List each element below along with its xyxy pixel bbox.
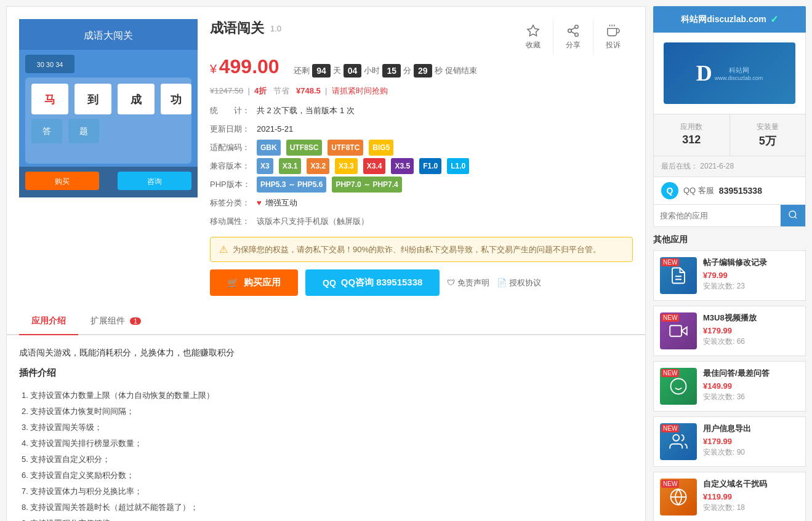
app-count-stat: 应用数 312 <box>654 114 730 156</box>
php-label: PHP版本： <box>210 177 253 193</box>
sidebar-stats: 应用数 312 安装量 5万 <box>653 114 806 156</box>
app-card-3-price: ¥149.99 <box>703 381 799 391</box>
vendor-banner[interactable]: 科站网discuzlab.com ✓ <box>653 6 806 33</box>
sidebar: 科站网discuzlab.com ✓ D 科站网 www.discuzlab.c… <box>653 6 806 521</box>
new-badge-2: NEW <box>661 314 679 322</box>
new-badge-3: NEW <box>661 369 679 377</box>
tag-x35: X3.5 <box>391 158 414 174</box>
buy-label: 购买应用 <box>244 277 281 288</box>
buy-button[interactable]: 🛒 购买应用 <box>210 269 298 296</box>
tag-x31: X3.1 <box>279 158 302 174</box>
price-area: ¥ 499.00 还剩 94 天 04 小时 15 分 29 秒 促销结束 <box>210 55 633 78</box>
svg-text:功: 功 <box>171 93 182 106</box>
tag-php2: PHP7.0 ～ PHP7.4 <box>332 177 401 193</box>
list-item: 2. 支持设置体力恢复时间间隔； <box>19 404 633 420</box>
app-card-1-name: 帖子编辑修改记录 <box>703 257 799 268</box>
search-input[interactable] <box>654 205 781 226</box>
stats-label: 统 计： <box>210 103 253 119</box>
tag-x34: X3.4 <box>363 158 386 174</box>
new-badge-5: NEW <box>661 480 679 488</box>
minutes-label: 分 <box>403 65 411 76</box>
save-label: 节省 <box>273 86 289 95</box>
app-card-4-price: ¥179.99 <box>703 437 799 446</box>
app-icon-1: NEW <box>660 257 697 294</box>
discount-badge: 4折 <box>254 86 267 95</box>
last-online-date: 2021-6-28 <box>700 162 734 170</box>
svg-rect-37 <box>670 325 681 336</box>
app-icon-2: NEW <box>660 312 697 349</box>
info-table: 统 计： 共 2 次下载，当前版本 1 次 更新日期： 2021-5-21 适配… <box>210 103 633 229</box>
report-button[interactable]: 投诉 <box>593 19 633 55</box>
shield-icon: 🛡 <box>447 278 455 287</box>
list-item: 4. 支持设置闯关排行榜显示数量； <box>19 435 633 451</box>
original-price: ¥1247.50 <box>210 86 243 95</box>
other-apps-title: 其他应用 <box>653 227 806 250</box>
app-card-2[interactable]: NEW M3U8视频播放 ¥179.99 安装次数: 66 <box>653 306 806 356</box>
svg-text:题: 题 <box>79 126 88 136</box>
search-button[interactable] <box>781 205 805 226</box>
svg-text:30 30 34: 30 30 34 <box>37 61 63 68</box>
hours-label: 小时 <box>364 65 380 76</box>
app-card-5[interactable]: NEW 自定义域名干扰码 ¥119.99 安装次数: 18 <box>653 472 806 521</box>
qq-label: QQ咨询 839515338 <box>341 277 423 288</box>
app-card-3[interactable]: NEW 最佳问答/最差问答 ¥149.99 安装次数: 36 <box>653 361 806 412</box>
currency-symbol: ¥ <box>210 62 217 76</box>
cart-icon: 🛒 <box>227 277 239 288</box>
app-card-3-info: 最佳问答/最差问答 ¥149.99 安装次数: 36 <box>703 368 799 405</box>
disclaimer-text: 免责声明 <box>457 277 489 288</box>
app-card-4-name: 用户信息导出 <box>703 423 799 434</box>
update-date: 2021-5-21 <box>257 121 293 137</box>
product-image: 成语大闯关 30 30 34 马 到 成 功 <box>19 19 198 296</box>
countdown-label: 还剩 <box>294 65 310 76</box>
svg-text:答: 答 <box>42 126 51 136</box>
stats-value: 共 2 次下载，当前版本 1 次 <box>257 103 355 119</box>
app-icon-3: NEW <box>660 368 697 405</box>
list-item: 7. 支持设置体力与积分兑换比率； <box>19 483 633 499</box>
seconds-label: 秒 <box>435 65 443 76</box>
php-row: PHP版本： PHP5.3 ～ PHP5.6 PHP7.0 ～ PHP7.4 <box>210 177 633 193</box>
list-item: 6. 支持设置自定义奖励积分数； <box>19 467 633 483</box>
warning-box: ⚠ 为保障您的权益，请勿私下交易！90%的欺诈、纠纷由私下交易导致，私下交易产生… <box>210 237 633 262</box>
desc-intro: 成语闯关游戏，既能消耗积分，兑换体力，也能赚取积分 <box>19 348 633 359</box>
disclaimer-link[interactable]: 🛡 免责声明 <box>447 277 489 288</box>
update-row: 更新日期： 2021-5-21 <box>210 121 633 137</box>
share-button[interactable]: 分享 <box>553 19 593 55</box>
app-card-2-installs: 安装次数: 66 <box>703 336 799 347</box>
app-card-4[interactable]: NEW 用户信息导出 ¥179.99 安装次数: 90 <box>653 416 806 467</box>
warning-text: 为保障您的权益，请勿私下交易！90%的欺诈、纠纷由私下交易导致，私下交易产生的问… <box>233 244 601 255</box>
tag-utf8tc: UTF8TC <box>328 140 363 156</box>
qq-icon: QQ <box>323 278 336 288</box>
compat-label: 兼容版本： <box>210 158 253 174</box>
app-card-1[interactable]: NEW 帖子编辑修改记录 ¥79.99 安装次数: 23 <box>653 250 806 301</box>
app-count-value: 312 <box>659 133 725 146</box>
collect-button[interactable]: 收藏 <box>513 19 553 55</box>
svg-point-41 <box>673 435 679 441</box>
list-item: 1. 支持设置体力数量上限（体力自动恢复的数量上限） <box>19 388 633 404</box>
qq-service-icon: Q <box>661 182 678 199</box>
app-card-2-price: ¥179.99 <box>703 326 799 335</box>
encoding-label: 适配编码： <box>210 140 253 156</box>
mobile-value: 该版本只支持手机版（触屏版） <box>257 213 369 229</box>
install-count-stat: 安装量 5万 <box>730 114 806 156</box>
install-count-value: 5万 <box>735 133 801 148</box>
days-label: 天 <box>333 65 341 76</box>
list-item: 5. 支持设置自定义积分； <box>19 451 633 467</box>
product-title: 成语闯关 <box>210 19 264 38</box>
svg-text:成: 成 <box>130 93 142 106</box>
app-count-label: 应用数 <box>659 122 725 132</box>
auth-link[interactable]: 📄 授权协议 <box>497 277 541 288</box>
app-card-5-name: 自定义域名干扰码 <box>703 479 799 490</box>
encoding-row: 适配编码： GBK UTF8SC UTF8TC BIG5 <box>210 140 633 156</box>
tab-app-intro[interactable]: 应用介绍 <box>19 308 78 335</box>
product-price: 499.00 <box>219 55 279 78</box>
app-card-3-name: 最佳问答/最差问答 <box>703 368 799 379</box>
qq-consult-button[interactable]: QQ QQ咨询 839515338 <box>305 269 440 296</box>
rush-text: 请抓紧时间抢购 <box>332 86 388 95</box>
tab-extensions[interactable]: 扩展组件 1 <box>78 308 153 335</box>
compat-row: 兼容版本： X3 X3.1 X3.2 X3.3 X3.4 X3.5 F1.0 L… <box>210 158 633 174</box>
tag-value: 增强互动 <box>265 195 297 211</box>
heart-icon: ♥ <box>257 195 262 211</box>
svg-marker-36 <box>681 327 687 335</box>
svg-text:咨询: 咨询 <box>147 177 162 186</box>
feature-list: 1. 支持设置体力数量上限（体力自动恢复的数量上限） 2. 支持设置体力恢复时间… <box>19 388 633 521</box>
